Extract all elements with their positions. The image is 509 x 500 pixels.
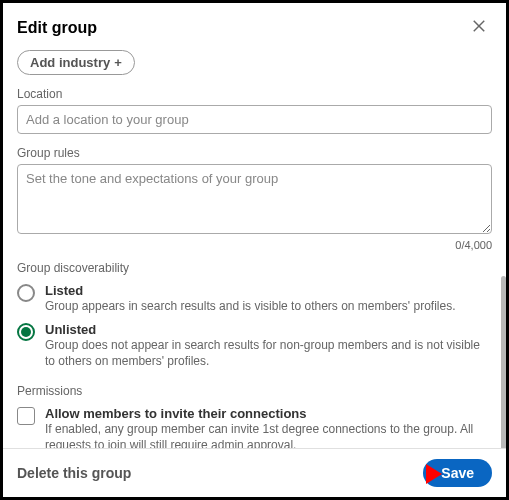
discoverability-group: Listed Group appears in search results a…	[17, 283, 492, 370]
radio-desc: Group does not appear in search results …	[45, 337, 492, 369]
modal-title: Edit group	[17, 19, 97, 37]
location-label: Location	[17, 87, 492, 101]
add-industry-chip[interactable]: Add industry +	[17, 50, 135, 75]
close-button[interactable]	[466, 13, 492, 42]
location-input[interactable]	[17, 105, 492, 134]
modal-footer: Delete this group Save	[3, 448, 506, 497]
radio-item-unlisted[interactable]: Unlisted Group does not appear in search…	[17, 322, 492, 369]
save-button[interactable]: Save	[423, 459, 492, 487]
close-icon	[470, 23, 488, 38]
checkbox-invite[interactable]	[17, 407, 35, 425]
rules-char-counter: 0/4,000	[17, 239, 492, 251]
modal-header: Edit group	[3, 3, 506, 50]
chip-label: Add industry	[30, 55, 110, 70]
permissions-title: Permissions	[17, 384, 492, 398]
group-rules-label: Group rules	[17, 146, 492, 160]
radio-label: Listed	[45, 283, 455, 298]
radio-item-listed[interactable]: Listed Group appears in search results a…	[17, 283, 492, 314]
radio-listed[interactable]	[17, 284, 35, 302]
discoverability-title: Group discoverability	[17, 261, 492, 275]
check-label: Allow members to invite their connection…	[45, 406, 492, 421]
radio-label: Unlisted	[45, 322, 492, 337]
delete-group-link[interactable]: Delete this group	[17, 465, 131, 481]
modal-content: Add industry + Location Group rules 0/4,…	[3, 50, 506, 448]
radio-unlisted[interactable]	[17, 323, 35, 341]
plus-icon: +	[114, 55, 122, 70]
radio-desc: Group appears in search results and is v…	[45, 298, 455, 314]
check-item-invite[interactable]: Allow members to invite their connection…	[17, 406, 492, 448]
permissions-group: Allow members to invite their connection…	[17, 406, 492, 448]
group-rules-textarea[interactable]	[17, 164, 492, 234]
edit-group-modal: Edit group Add industry + Location Group…	[3, 3, 506, 497]
scrollbar-thumb[interactable]	[501, 276, 506, 448]
check-desc: If enabled, any group member can invite …	[45, 421, 492, 448]
